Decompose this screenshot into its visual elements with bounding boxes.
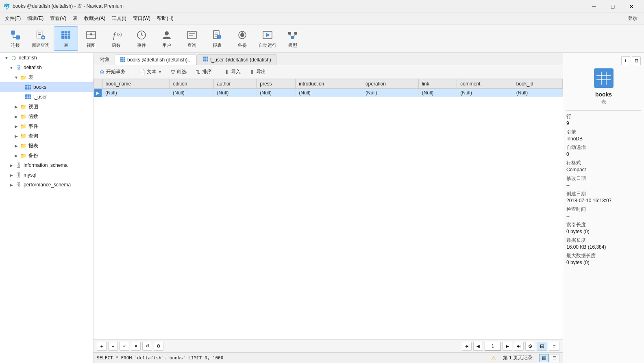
confirm-button[interactable]: ✓ [120,342,129,351]
cell-author[interactable]: (Null) [213,89,257,97]
gear-button[interactable]: ⚙ [525,342,535,351]
folder-icon: 📁 [20,152,27,159]
svg-point-22 [165,31,169,35]
filter-button[interactable]: ▽ 筛选 [167,66,190,77]
expand-icon: ▶ [13,114,20,119]
export-button[interactable]: ⬆ 导出 [246,66,270,77]
col-book-name[interactable]: book_name [102,79,170,89]
cell-press[interactable]: (Null) [257,89,296,97]
tool-function[interactable]: f (x) 函数 [104,26,128,51]
sidebar-item-information-schema[interactable]: ▶ 🗄 information_schema [0,160,93,170]
tool-query[interactable]: 查询 [180,26,204,51]
cell-edition[interactable]: (Null) [170,89,213,97]
sidebar-item-mysql-db[interactable]: ▶ 🗄 mysql [0,170,93,180]
cell-operation[interactable]: (Null) [362,89,418,97]
tab-objects[interactable]: 对象 [95,54,115,65]
tool-view[interactable]: 视图 [79,26,103,51]
sidebar-item-books[interactable]: books [0,82,93,92]
sidebar-item-reports-group[interactable]: ▶ 📁 报表 [0,141,93,151]
svg-rect-30 [217,35,221,39]
begin-transaction-button[interactable]: ⊕ 开始事务 [96,66,129,77]
menu-help[interactable]: 帮助(H) [154,13,177,24]
sidebar-item-tables-group[interactable]: ▼ 📁 表 [0,72,93,82]
delete-row-button[interactable]: − [108,342,118,351]
first-page-button[interactable]: ⏮ [462,342,472,351]
col-introduction[interactable]: introduction [296,79,362,89]
col-press[interactable]: press [257,79,296,89]
close-button[interactable]: ✕ [622,0,641,13]
sidebar-item-deltafish-server[interactable]: ▼ ⬡ deltafish [0,53,93,63]
expand-icon: ▶ [8,183,15,187]
database-icon: 🗄 [15,171,22,179]
menu-edit[interactable]: 编辑(E) [24,13,47,24]
expand-icon: ▶ [13,105,20,109]
cell-introduction[interactable]: (Null) [296,89,362,97]
sidebar-item-queries-group[interactable]: ▶ 📁 查询 [0,131,93,141]
menu-favorites[interactable]: 收藏夹(A) [81,13,109,24]
sidebar-item-events-group[interactable]: ▶ 📁 事件 [0,121,93,131]
col-operation[interactable]: operation [362,79,418,89]
view-grid-button[interactable]: ⊞ [537,342,547,351]
status-grid-view-button[interactable]: ▦ [539,354,549,362]
maximize-button[interactable]: □ [603,0,622,13]
cell-book-id[interactable]: (Null) [513,89,562,97]
cancel-row-button[interactable]: ✕ [131,342,141,351]
menu-tools[interactable]: 工具(I) [109,13,129,24]
add-row-button[interactable]: + [97,342,107,351]
last-page-button[interactable]: ⏭ [514,342,524,351]
sidebar-item-views-group[interactable]: ▶ 📁 视图 [0,102,93,112]
sidebar-item-backup-group[interactable]: ▶ 📁 备份 [0,151,93,160]
app-icon: 🐬 [3,3,10,10]
cell-comment[interactable]: (Null) [457,89,513,97]
backup-icon [236,28,249,42]
tool-new-query[interactable]: 新建查询 [28,26,53,51]
tool-event[interactable]: 事件 [129,26,154,51]
sidebar-item-functions-group[interactable]: ▶ 📁 函数 [0,112,93,121]
cell-link[interactable]: (Null) [418,89,457,97]
info-button[interactable]: ℹ [621,56,630,65]
col-edition[interactable]: edition [170,79,213,89]
sidebar-item-t-user[interactable]: t_user [0,92,93,102]
tool-backup[interactable]: 备份 [230,26,255,51]
col-link[interactable]: link [418,79,457,89]
prop-engine: 引擎 InnoDB [566,129,641,142]
menu-view[interactable]: 查看(V) [47,13,70,24]
refresh-button[interactable]: ↺ [142,342,152,351]
page-number-input[interactable] [485,342,501,351]
prev-page-button[interactable]: ◀ [473,342,483,351]
status-list-view-button[interactable]: ☰ [550,354,559,362]
pagination-settings-button[interactable]: ⚙ [154,342,163,351]
login-button[interactable]: 登录 [623,13,642,24]
tab-books[interactable]: books @deltafish (deltafish)... [115,55,197,65]
menu-file[interactable]: 文件(F) [2,13,24,24]
col-comment[interactable]: comment [457,79,513,89]
minimize-button[interactable]: ─ [585,0,603,13]
filter-icon: ▽ [171,69,175,75]
menu-window[interactable]: 窗口(W) [130,13,154,24]
table-row[interactable]: ▶ (Null) (Null) (Null) (Null) (Null) (Nu… [94,89,563,97]
tool-table[interactable]: 表 [54,26,78,51]
view-list-button[interactable]: ≡ [549,342,559,351]
tab-t-user-icon [203,56,209,63]
panel-settings-button[interactable]: ⊟ [632,56,641,65]
sort-button[interactable]: ⇅ 排序 [192,66,215,77]
table-container[interactable]: book_name edition author press introduct… [94,79,563,339]
import-button[interactable]: ⬇ 导入 [221,66,244,77]
text-button[interactable]: 📄 文本 ▼ [135,66,165,77]
tool-model[interactable]: 模型 [281,26,305,51]
col-author[interactable]: author [213,79,257,89]
import-icon: ⬇ [224,69,229,75]
next-page-button[interactable]: ▶ [503,342,512,351]
export-icon: ⬆ [250,69,255,75]
tool-connect[interactable]: 连接 [3,26,28,51]
cell-book-name[interactable]: (Null) [102,89,170,97]
sidebar-item-deltafish-db[interactable]: ▼ 🗄 deltafish [0,63,93,72]
tool-report[interactable]: 报表 [205,26,229,51]
prop-auto-increment: 自动递增 0 [566,144,641,157]
col-book-id[interactable]: book_id [513,79,562,89]
menu-table[interactable]: 表 [70,13,81,24]
tool-user[interactable]: 用户 [154,26,179,51]
tab-t-user[interactable]: t_user @deltafish (deltafish) [198,54,276,65]
sidebar-item-performance-schema[interactable]: ▶ 🗄 performance_schema [0,180,93,190]
tool-auto-run[interactable]: 自动运行 [255,26,280,51]
